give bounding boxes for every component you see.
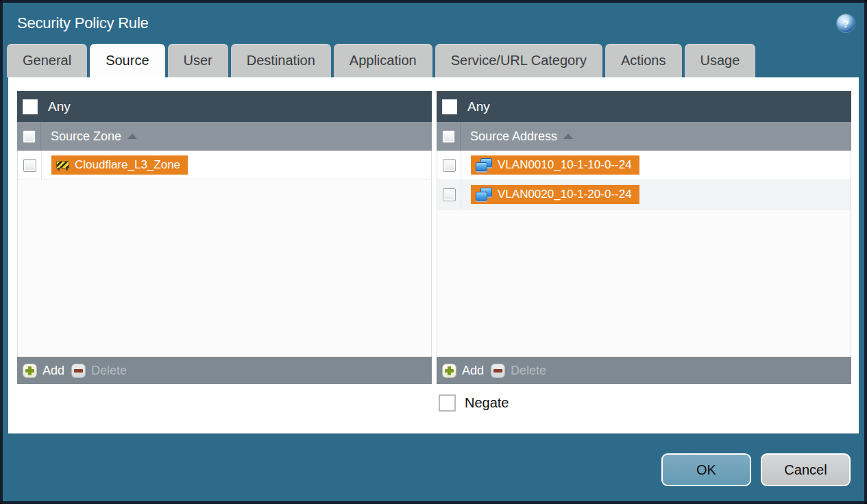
title-bar: Security Policy Rule ? [3, 3, 864, 44]
delete-button[interactable]: Delete [71, 364, 127, 378]
security-policy-rule-dialog: Security Policy Rule ? General Source Us… [0, 0, 867, 504]
source-address-any-label: Any [467, 99, 490, 114]
add-button[interactable]: Add [23, 364, 64, 378]
source-address-select-all-checkbox[interactable] [442, 130, 455, 143]
source-zone-any-label: Any [48, 99, 71, 114]
help-icon[interactable]: ? [837, 14, 855, 32]
sort-ascending-icon [127, 134, 137, 139]
delete-button[interactable]: Delete [491, 364, 546, 378]
source-zone-any-checkbox[interactable] [23, 99, 38, 114]
row-checkbox[interactable] [23, 159, 36, 172]
source-zone-any-row: Any [17, 91, 432, 122]
tab-content-source: Any Source Zone [8, 77, 859, 433]
add-icon [442, 364, 456, 378]
zone-entry-label: Cloudflare_L3_Zone [75, 158, 180, 172]
source-zone-panel: Any Source Zone [17, 91, 432, 384]
source-zone-column-header[interactable]: Source Zone [17, 122, 432, 151]
tab-bar: General Source User Destination Applicat… [3, 44, 864, 77]
source-address-any-row: Any [437, 91, 851, 122]
source-zone-select-all-checkbox[interactable] [23, 130, 36, 143]
source-address-column-header[interactable]: Source Address [437, 122, 851, 151]
source-address-panel: Any Source Address [437, 91, 851, 384]
sort-ascending-icon [563, 134, 573, 139]
row-checkbox[interactable] [443, 159, 456, 172]
table-row[interactable]: VLAN0010_10-1-10-0--24 [437, 151, 851, 180]
tab-service-url-category[interactable]: Service/URL Category [435, 44, 602, 77]
address-icon [476, 158, 492, 172]
add-button[interactable]: Add [442, 364, 484, 378]
zone-entry-tag[interactable]: Cloudflare_L3_Zone [51, 155, 188, 175]
source-zone-column-title: Source Zone [51, 129, 121, 144]
address-entry-tag[interactable]: VLAN0020_10-1-20-0--24 [471, 185, 639, 204]
source-zone-footer: Add Delete [17, 357, 432, 384]
help-glyph: ? [842, 18, 848, 29]
negate-label: Negate [465, 395, 509, 411]
address-entry-label: VLAN0020_10-1-20-0--24 [498, 188, 632, 201]
negate-control: Negate [439, 394, 509, 412]
cancel-button[interactable]: Cancel [761, 453, 851, 486]
source-zone-list: Cloudflare_L3_Zone [17, 151, 432, 357]
source-address-footer: Add Delete [437, 357, 851, 384]
ok-button[interactable]: OK [661, 453, 751, 486]
panels-container: Any Source Zone [17, 91, 851, 384]
tab-application[interactable]: Application [334, 44, 432, 77]
source-address-any-checkbox[interactable] [442, 99, 457, 114]
negate-checkbox[interactable] [439, 394, 456, 412]
table-row[interactable]: Cloudflare_L3_Zone [18, 151, 431, 180]
row-checkbox[interactable] [443, 188, 456, 201]
table-row[interactable]: VLAN0020_10-1-20-0--24 [437, 180, 851, 210]
add-icon [23, 364, 37, 378]
address-icon [476, 188, 492, 201]
tab-destination[interactable]: Destination [231, 44, 331, 77]
delete-icon [71, 364, 86, 378]
tab-actions[interactable]: Actions [605, 44, 682, 77]
tab-source[interactable]: Source [90, 44, 164, 77]
tab-usage[interactable]: Usage [685, 44, 756, 77]
tab-user[interactable]: User [168, 44, 228, 77]
dialog-button-bar: OK Cancel [3, 433, 864, 501]
zone-icon [56, 161, 69, 168]
tab-general[interactable]: General [7, 44, 87, 77]
address-entry-label: VLAN0010_10-1-10-0--24 [498, 158, 632, 172]
source-address-list: VLAN0010_10-1-10-0--24 VLAN0020_10-1-20-… [437, 151, 851, 357]
dialog-title: Security Policy Rule [17, 14, 837, 32]
delete-icon [491, 364, 505, 378]
address-entry-tag[interactable]: VLAN0010_10-1-10-0--24 [471, 155, 639, 175]
source-address-column-title: Source Address [470, 129, 557, 144]
